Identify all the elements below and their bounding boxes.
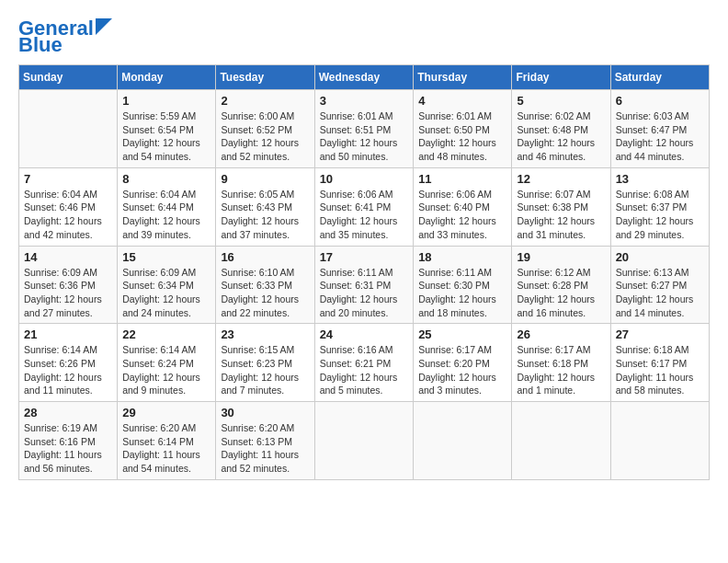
date-number: 22 <box>122 327 210 341</box>
calendar-cell: 4Sunrise: 6:01 AM Sunset: 6:50 PM Daylig… <box>414 90 512 168</box>
calendar-cell <box>19 90 118 168</box>
cell-info: Sunrise: 6:02 AM Sunset: 6:48 PM Dayligh… <box>517 109 605 164</box>
cell-info: Sunrise: 6:16 AM Sunset: 6:21 PM Dayligh… <box>320 343 409 397</box>
calendar-cell <box>610 402 709 480</box>
cell-info: Sunrise: 6:04 AM Sunset: 6:44 PM Dayligh… <box>122 188 210 242</box>
calendar-cell: 20Sunrise: 6:13 AM Sunset: 6:27 PM Dayli… <box>610 246 709 324</box>
calendar-cell: 27Sunrise: 6:18 AM Sunset: 6:17 PM Dayli… <box>610 324 709 402</box>
cell-info: Sunrise: 6:05 AM Sunset: 6:43 PM Dayligh… <box>221 188 309 242</box>
calendar-table: SundayMondayTuesdayWednesdayThursdayFrid… <box>18 64 710 480</box>
calendar-cell: 28Sunrise: 6:19 AM Sunset: 6:16 PM Dayli… <box>19 402 118 480</box>
calendar-cell: 12Sunrise: 6:07 AM Sunset: 6:38 PM Dayli… <box>512 167 610 246</box>
calendar-cell: 10Sunrise: 6:06 AM Sunset: 6:41 PM Dayli… <box>314 167 414 246</box>
cell-info: Sunrise: 6:17 AM Sunset: 6:20 PM Dayligh… <box>418 343 506 397</box>
calendar-cell: 14Sunrise: 6:09 AM Sunset: 6:36 PM Dayli… <box>19 246 118 324</box>
cell-info: Sunrise: 6:09 AM Sunset: 6:36 PM Dayligh… <box>24 266 112 320</box>
date-number: 9 <box>221 172 309 186</box>
cell-info: Sunrise: 6:20 AM Sunset: 6:14 PM Dayligh… <box>122 421 210 476</box>
calendar-cell: 19Sunrise: 6:12 AM Sunset: 6:28 PM Dayli… <box>512 246 610 324</box>
calendar-cell <box>414 402 512 480</box>
calendar-cell <box>512 402 610 480</box>
date-number: 28 <box>24 406 112 419</box>
calendar-cell: 30Sunrise: 6:20 AM Sunset: 6:13 PM Dayli… <box>216 402 314 480</box>
cell-info: Sunrise: 6:11 AM Sunset: 6:31 PM Dayligh… <box>320 266 409 320</box>
date-number: 19 <box>517 250 605 264</box>
date-number: 7 <box>24 172 112 186</box>
logo-blue-text: Blue <box>18 35 63 55</box>
cell-info: Sunrise: 6:14 AM Sunset: 6:24 PM Dayligh… <box>122 343 210 397</box>
date-number: 13 <box>616 172 704 186</box>
calendar-cell: 18Sunrise: 6:11 AM Sunset: 6:30 PM Dayli… <box>414 246 512 324</box>
date-number: 25 <box>418 327 506 341</box>
date-number: 24 <box>320 327 409 341</box>
date-number: 16 <box>221 250 309 264</box>
col-header-thursday: Thursday <box>414 65 512 90</box>
date-number: 11 <box>418 172 506 186</box>
date-number: 4 <box>418 94 506 108</box>
cell-info: Sunrise: 5:59 AM Sunset: 6:54 PM Dayligh… <box>122 109 210 164</box>
cell-info: Sunrise: 6:20 AM Sunset: 6:13 PM Dayligh… <box>221 421 309 476</box>
date-number: 20 <box>616 250 704 264</box>
date-number: 26 <box>517 327 605 341</box>
calendar-cell: 21Sunrise: 6:14 AM Sunset: 6:26 PM Dayli… <box>19 324 118 402</box>
cell-info: Sunrise: 6:09 AM Sunset: 6:34 PM Dayligh… <box>122 266 210 320</box>
col-header-saturday: Saturday <box>610 65 709 90</box>
cell-info: Sunrise: 6:07 AM Sunset: 6:38 PM Dayligh… <box>517 188 605 242</box>
date-number: 29 <box>122 406 210 419</box>
cell-info: Sunrise: 6:17 AM Sunset: 6:18 PM Dayligh… <box>517 343 605 397</box>
cell-info: Sunrise: 6:18 AM Sunset: 6:17 PM Dayligh… <box>616 343 704 397</box>
calendar-cell: 2Sunrise: 6:00 AM Sunset: 6:52 PM Daylig… <box>216 90 314 168</box>
calendar-cell: 9Sunrise: 6:05 AM Sunset: 6:43 PM Daylig… <box>216 167 314 246</box>
calendar-cell: 22Sunrise: 6:14 AM Sunset: 6:24 PM Dayli… <box>118 324 216 402</box>
cell-info: Sunrise: 6:01 AM Sunset: 6:50 PM Dayligh… <box>418 109 506 164</box>
col-header-wednesday: Wednesday <box>314 65 414 90</box>
calendar-cell: 23Sunrise: 6:15 AM Sunset: 6:23 PM Dayli… <box>216 324 314 402</box>
date-number: 30 <box>221 406 309 419</box>
svg-marker-0 <box>96 18 112 35</box>
date-number: 21 <box>24 327 112 341</box>
calendar-cell: 7Sunrise: 6:04 AM Sunset: 6:46 PM Daylig… <box>19 167 118 246</box>
calendar-cell: 24Sunrise: 6:16 AM Sunset: 6:21 PM Dayli… <box>314 324 414 402</box>
cell-info: Sunrise: 6:19 AM Sunset: 6:16 PM Dayligh… <box>24 421 112 476</box>
cell-info: Sunrise: 6:13 AM Sunset: 6:27 PM Dayligh… <box>616 266 704 320</box>
date-number: 8 <box>122 172 210 186</box>
calendar-cell: 29Sunrise: 6:20 AM Sunset: 6:14 PM Dayli… <box>118 402 216 480</box>
cell-info: Sunrise: 6:06 AM Sunset: 6:40 PM Dayligh… <box>418 188 506 242</box>
page-header: General Blue <box>18 18 710 55</box>
calendar-cell: 1Sunrise: 5:59 AM Sunset: 6:54 PM Daylig… <box>118 90 216 168</box>
col-header-friday: Friday <box>512 65 610 90</box>
col-header-tuesday: Tuesday <box>216 65 314 90</box>
cell-info: Sunrise: 6:01 AM Sunset: 6:51 PM Dayligh… <box>320 109 409 164</box>
date-number: 23 <box>221 327 309 341</box>
date-number: 5 <box>517 94 605 108</box>
cell-info: Sunrise: 6:06 AM Sunset: 6:41 PM Dayligh… <box>320 188 409 242</box>
date-number: 27 <box>616 327 704 341</box>
logo-arrow-icon <box>96 18 112 35</box>
cell-info: Sunrise: 6:00 AM Sunset: 6:52 PM Dayligh… <box>221 109 309 164</box>
date-number: 12 <box>517 172 605 186</box>
calendar-cell: 13Sunrise: 6:08 AM Sunset: 6:37 PM Dayli… <box>610 167 709 246</box>
calendar-cell: 26Sunrise: 6:17 AM Sunset: 6:18 PM Dayli… <box>512 324 610 402</box>
cell-info: Sunrise: 6:14 AM Sunset: 6:26 PM Dayligh… <box>24 343 112 397</box>
date-number: 14 <box>24 250 112 264</box>
calendar-cell: 6Sunrise: 6:03 AM Sunset: 6:47 PM Daylig… <box>610 90 709 168</box>
calendar-cell: 3Sunrise: 6:01 AM Sunset: 6:51 PM Daylig… <box>314 90 414 168</box>
date-number: 17 <box>320 250 409 264</box>
col-header-monday: Monday <box>118 65 216 90</box>
cell-info: Sunrise: 6:11 AM Sunset: 6:30 PM Dayligh… <box>418 266 506 320</box>
logo: General Blue <box>18 18 112 55</box>
cell-info: Sunrise: 6:15 AM Sunset: 6:23 PM Dayligh… <box>221 343 309 397</box>
date-number: 10 <box>320 172 409 186</box>
calendar-cell: 25Sunrise: 6:17 AM Sunset: 6:20 PM Dayli… <box>414 324 512 402</box>
calendar-cell: 5Sunrise: 6:02 AM Sunset: 6:48 PM Daylig… <box>512 90 610 168</box>
calendar-cell: 11Sunrise: 6:06 AM Sunset: 6:40 PM Dayli… <box>414 167 512 246</box>
calendar-cell <box>314 402 414 480</box>
date-number: 3 <box>320 94 409 108</box>
calendar-cell: 8Sunrise: 6:04 AM Sunset: 6:44 PM Daylig… <box>118 167 216 246</box>
calendar-cell: 15Sunrise: 6:09 AM Sunset: 6:34 PM Dayli… <box>118 246 216 324</box>
date-number: 6 <box>616 94 704 108</box>
cell-info: Sunrise: 6:08 AM Sunset: 6:37 PM Dayligh… <box>616 188 704 242</box>
col-header-sunday: Sunday <box>19 65 118 90</box>
cell-info: Sunrise: 6:10 AM Sunset: 6:33 PM Dayligh… <box>221 266 309 320</box>
cell-info: Sunrise: 6:03 AM Sunset: 6:47 PM Dayligh… <box>616 109 704 164</box>
